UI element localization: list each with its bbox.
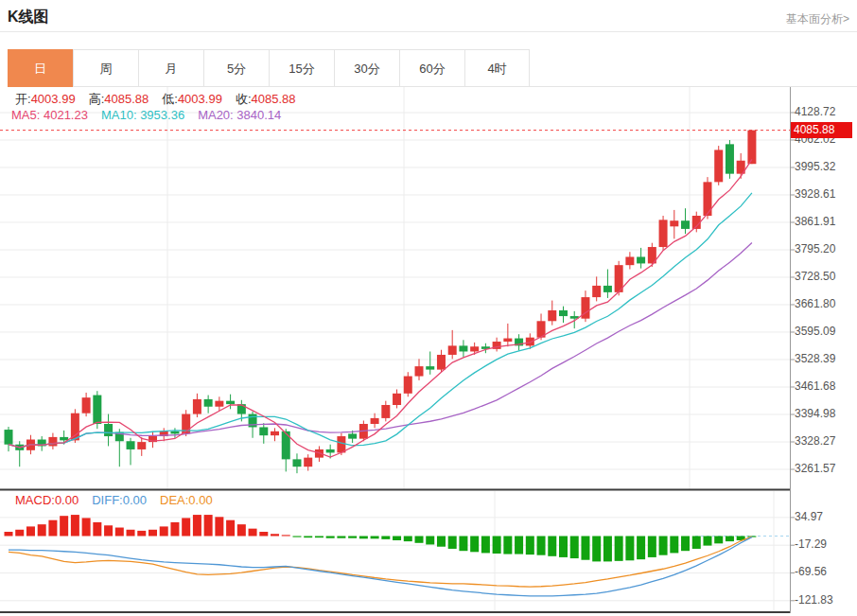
candle-body xyxy=(271,431,279,435)
candle-body xyxy=(503,339,512,342)
macd-bar xyxy=(82,518,91,536)
ohlc-label: 开: xyxy=(15,92,31,106)
candle-body xyxy=(559,310,568,316)
ma5-line xyxy=(9,159,752,457)
candle-body xyxy=(592,286,601,297)
price-axis-label: 3728.50 xyxy=(795,270,855,283)
macd-bar xyxy=(326,537,335,538)
ma-legend-item: MA20: 3840.14 xyxy=(198,108,281,122)
ohlc-value: 4085.88 xyxy=(104,92,149,106)
candle-body xyxy=(437,355,446,370)
candle-body xyxy=(371,418,379,424)
candle-body xyxy=(60,437,68,440)
candle-body xyxy=(603,286,612,292)
candle-body xyxy=(226,401,235,404)
macd-bar xyxy=(337,537,345,538)
candle-body xyxy=(304,458,312,467)
macd-legend-item: DIFF:0.00 xyxy=(92,493,147,507)
macd-bar xyxy=(292,537,301,537)
macd-bar xyxy=(670,537,678,554)
macd-bar xyxy=(548,537,556,556)
macd-bar xyxy=(193,515,201,536)
price-axis-label: 3394.98 xyxy=(795,407,855,420)
macd-bar xyxy=(714,537,723,544)
price-axis-label: 3528.39 xyxy=(795,352,855,365)
macd-bar xyxy=(493,537,501,554)
macd-bar xyxy=(15,530,24,537)
ohlc-item: 开:4003.99 xyxy=(15,92,76,106)
candle-body xyxy=(681,220,690,229)
macd-bar xyxy=(481,537,490,554)
macd-bar xyxy=(71,515,79,536)
macd-axis-label: -69.56 xyxy=(795,565,855,578)
candle-body xyxy=(215,401,223,407)
candle-body xyxy=(127,441,135,449)
candle-body xyxy=(137,442,146,449)
macd-bar xyxy=(104,525,113,536)
macd-bar xyxy=(359,537,368,539)
macd-bar xyxy=(437,537,446,547)
macd-bar xyxy=(615,537,623,561)
candle-body xyxy=(292,459,301,466)
candle-body xyxy=(337,436,345,452)
ohlc-label: 收: xyxy=(236,92,252,106)
macd-bar xyxy=(603,537,612,562)
candle-body xyxy=(470,346,479,351)
candle-body xyxy=(459,345,467,351)
macd-bar xyxy=(170,522,179,537)
macd-bar xyxy=(259,532,268,536)
macd-axis-label: 34.97 xyxy=(795,510,855,523)
macd-bar xyxy=(703,537,711,546)
price-axis-label: 3795.20 xyxy=(795,242,855,255)
ohlc-row: 开:4003.99高:4085.88低:4003.99收:4085.88 xyxy=(15,91,309,108)
macd-bar xyxy=(681,537,690,552)
macd-legend-row: MACD:0.00DIFF:0.00DEA:0.00 xyxy=(15,493,226,507)
candle-body xyxy=(48,437,57,447)
candle-body xyxy=(415,366,424,376)
macd-bar xyxy=(282,535,290,536)
macd-bar xyxy=(393,537,401,540)
macd-bar xyxy=(404,537,412,542)
macd-bar xyxy=(48,520,57,537)
candle-body xyxy=(703,182,711,216)
macd-axis-label: -17.29 xyxy=(795,537,855,551)
ohlc-label: 高: xyxy=(89,92,105,106)
candle-body xyxy=(548,310,556,321)
ohlc-value: 4003.99 xyxy=(31,92,76,106)
candle-body xyxy=(71,414,79,441)
macd-bar xyxy=(459,537,467,552)
candle-body xyxy=(714,150,723,182)
price-axis-label: 3995.32 xyxy=(795,160,855,173)
macd-bar xyxy=(692,537,701,549)
candle-body xyxy=(381,405,390,418)
candle-body xyxy=(625,256,634,265)
candle-body xyxy=(747,131,756,165)
macd-bar xyxy=(38,524,46,536)
ma-legend-item: MA10: 3953.36 xyxy=(101,108,184,122)
macd-bar xyxy=(315,537,324,538)
price-axis-label: 3861.91 xyxy=(795,215,855,228)
ohlc-item: 收:4085.88 xyxy=(236,92,296,106)
price-axis-label: 4128.72 xyxy=(795,105,855,118)
kline-page: K线图 基本面分析> 日周月5分15分30分60分4时 开:4003.99高:4… xyxy=(0,0,857,616)
price-axis-label: 3661.80 xyxy=(795,297,855,310)
price-axis-label: 3928.61 xyxy=(795,187,855,201)
macd-bar xyxy=(726,537,734,542)
macd-bar xyxy=(182,518,190,536)
ohlc-item: 高:4085.88 xyxy=(89,92,149,106)
candle-body xyxy=(93,396,101,424)
candle-body xyxy=(726,144,734,173)
macd-bar xyxy=(581,537,589,560)
ohlc-item: 低:4003.99 xyxy=(162,92,222,106)
macd-bar xyxy=(648,537,656,557)
macd-bar xyxy=(204,515,213,536)
macd-bar xyxy=(127,530,135,537)
candle-body xyxy=(637,256,645,263)
macd-bar xyxy=(470,537,479,553)
candle-body xyxy=(104,424,113,436)
macd-bar xyxy=(371,537,379,539)
candle-body xyxy=(404,377,412,394)
macd-bar xyxy=(515,537,523,554)
macd-bar xyxy=(559,537,568,557)
macd-bar xyxy=(5,532,13,536)
